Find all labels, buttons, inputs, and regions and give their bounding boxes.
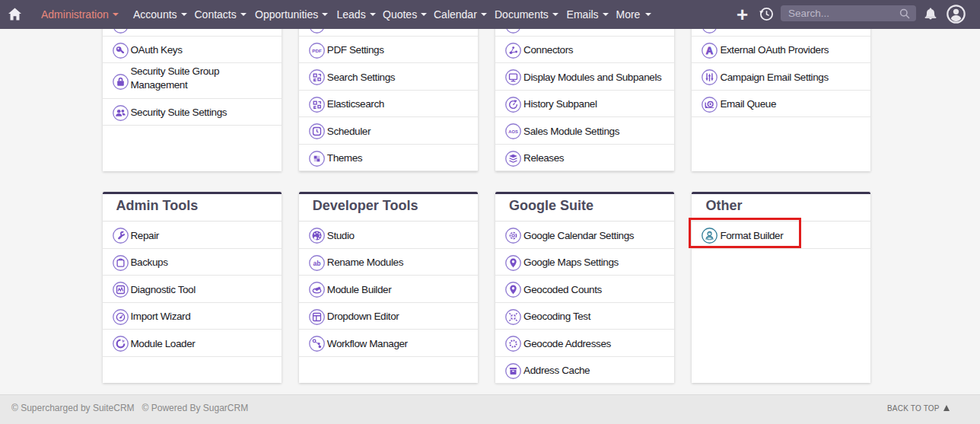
svg-text:PDF: PDF bbox=[312, 47, 322, 53]
svg-text:ab: ab bbox=[313, 259, 320, 266]
svg-text:A: A bbox=[706, 44, 713, 56]
svg-text:AOS: AOS bbox=[508, 129, 518, 134]
